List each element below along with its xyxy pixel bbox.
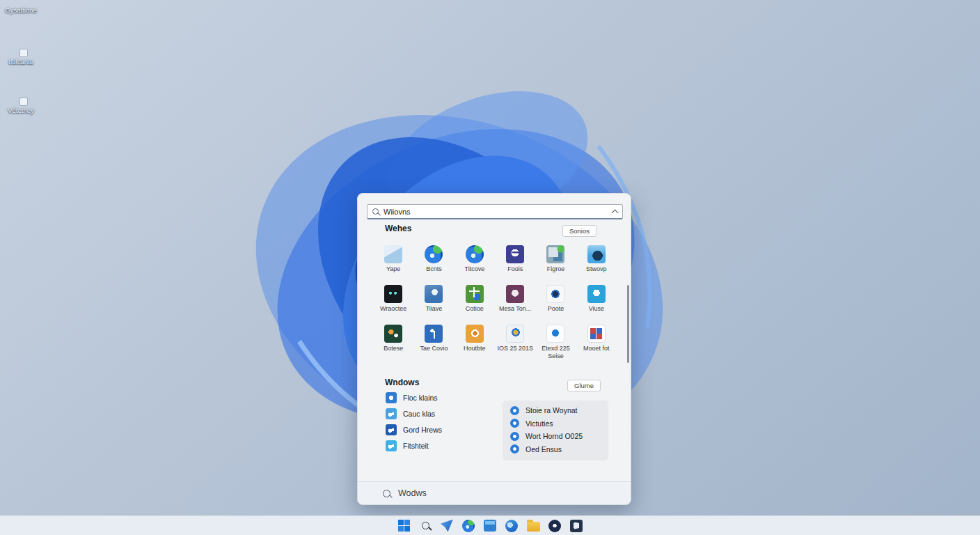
app-tile[interactable]: Bcnts — [413, 241, 454, 281]
suggestion-item[interactable]: Oed Ensus — [510, 444, 601, 454]
dark-green-game-icon — [384, 325, 402, 343]
taskbar — [0, 515, 980, 535]
search-icon — [422, 522, 429, 529]
taskbar-search-button[interactable] — [418, 518, 433, 534]
suggestion-item[interactable]: Wort Hornd O025 — [510, 431, 601, 441]
blue-circle-icon — [510, 406, 519, 415]
desktop-icon-label: Ifolcante — [1, 58, 41, 65]
app-tile[interactable]: Mooet fot — [576, 320, 617, 360]
blue-rocket-icon — [425, 325, 443, 343]
app-tile[interactable]: Viuse — [576, 281, 617, 320]
coin-badge-icon — [506, 325, 524, 343]
app-label: Bcnts — [426, 265, 442, 273]
list-item-label: Fitshteit — [403, 442, 429, 450]
start-button[interactable] — [396, 518, 411, 534]
send-icon — [441, 520, 453, 532]
app-label: Etexd 225 Seise — [537, 345, 575, 359]
blue-circle-icon — [510, 432, 519, 441]
list-item[interactable]: Gord Hrews — [386, 424, 442, 435]
app-tile[interactable]: Tae Covio — [413, 320, 454, 360]
edge-swirl-icon — [466, 245, 484, 263]
app-tile[interactable]: Figroe — [535, 241, 576, 281]
search-panel: Wehes Sonios Yape Bcnts Titcove Foois Fi… — [357, 193, 631, 505]
edge-swirl-icon — [425, 245, 443, 263]
blue-sphere-icon — [587, 245, 606, 263]
list-item-label: Floc klains — [403, 394, 438, 402]
app-tile[interactable]: Titcove — [455, 241, 495, 281]
desktop: Gysattione Ifolcante Vétetney Wehes Soni… — [0, 0, 980, 535]
blue-cloud-icon — [587, 285, 606, 303]
office-grid-icon — [587, 325, 606, 343]
windows-logo-icon — [398, 520, 410, 532]
chevron-up-icon[interactable] — [612, 209, 619, 216]
taskbar-app-send[interactable] — [439, 518, 455, 534]
apps-section-button[interactable]: Sonios — [562, 225, 596, 237]
app-label: Figroe — [547, 265, 565, 273]
app-tile[interactable]: Tiiave — [413, 281, 454, 320]
footer-search-text: Wodws — [398, 488, 427, 498]
list-item[interactable]: Fitshteit — [386, 440, 442, 451]
blue-globe-icon — [505, 520, 518, 532]
windows-section-title: Wndows — [385, 378, 419, 387]
windows-list: Floc klains Cauc klas Gord Hrews Fitshte… — [386, 391, 442, 456]
taskbar-app-store[interactable] — [547, 518, 562, 534]
list-item[interactable]: Floc klains — [386, 391, 442, 403]
list-item-label: Cauc klas — [403, 410, 435, 418]
search-box[interactable] — [367, 204, 623, 219]
suggestion-item[interactable]: Stoie ra Woynat — [510, 405, 601, 415]
list-item[interactable]: Cauc klas — [386, 408, 442, 419]
app-label: Yape — [386, 265, 400, 273]
app-label: Poote — [548, 305, 564, 313]
navy-ring-icon — [546, 285, 564, 303]
app-label: Botese — [384, 345, 403, 352]
taskbar-app-edge[interactable] — [461, 518, 476, 534]
taskbar-app-explorer[interactable] — [525, 518, 541, 534]
blue-disc-icon — [386, 392, 397, 403]
blue-circle-icon — [510, 419, 519, 428]
app-tile[interactable]: Wraoctee — [373, 281, 413, 320]
app-tile[interactable]: Poote — [535, 281, 576, 320]
dark-store-icon — [548, 520, 561, 532]
suggestion-label: Victuties — [525, 419, 553, 428]
file-explorer-icon — [527, 522, 540, 532]
app-tile[interactable]: Etexd 225 Seise — [535, 320, 576, 360]
search-icon — [372, 208, 379, 215]
orange-ring-icon — [466, 325, 484, 343]
app-tile[interactable]: Cotioe — [455, 281, 495, 320]
search-input[interactable] — [384, 208, 608, 216]
taskbar-app-media[interactable] — [569, 518, 584, 534]
app-label: Titcove — [464, 265, 484, 273]
suggestions-panel: Stoie ra Woynat Victuties Wort Hornd O02… — [503, 401, 608, 459]
purple-robot-icon — [506, 285, 524, 303]
taskbar-app-box[interactable] — [482, 518, 498, 534]
blue-circle-icon — [510, 444, 519, 453]
green-grid-icon — [466, 285, 484, 303]
panel-scrollbar[interactable] — [627, 285, 629, 363]
suggestion-item[interactable]: Victuties — [510, 419, 601, 428]
app-label: Viuse — [589, 305, 604, 313]
desktop-icon-label: Vétetney — [1, 107, 41, 114]
app-tile[interactable]: Houtbte — [455, 320, 495, 360]
footer-search-bar[interactable]: Wodws — [358, 481, 631, 504]
desktop-icon-recycle-bin[interactable]: Gysattione — [1, 4, 41, 14]
app-tile[interactable]: Botese — [373, 320, 413, 360]
app-tile[interactable]: Stwovp — [576, 241, 617, 281]
app-tile[interactable]: Mesa Ton... — [495, 281, 535, 320]
app-label: Tiiave — [426, 305, 443, 313]
suggestion-label: Wort Hornd O025 — [525, 432, 583, 440]
app-tile[interactable]: Yape — [373, 241, 413, 281]
desktop-icon-vetetney[interactable]: Vétetney — [1, 104, 41, 114]
windows-section-button[interactable]: Glume — [567, 380, 601, 391]
app-label: Stwovp — [586, 265, 607, 273]
app-label: Mooet fot — [583, 345, 610, 352]
taskbar-app-globe[interactable] — [504, 518, 519, 534]
edge-browser-icon — [462, 520, 475, 532]
steel-blue-bird-icon — [425, 285, 443, 303]
app-label: Houtbte — [464, 345, 486, 352]
desktop-icon-ifolcante[interactable]: Ifolcante — [1, 56, 41, 65]
blue-cloud-icon — [386, 408, 397, 419]
app-tile[interactable]: Foois — [495, 241, 535, 281]
app-tile[interactable]: IOS 25 201S — [495, 320, 535, 360]
box-app-icon — [484, 520, 496, 532]
blue-dot-tile-icon — [546, 325, 564, 343]
